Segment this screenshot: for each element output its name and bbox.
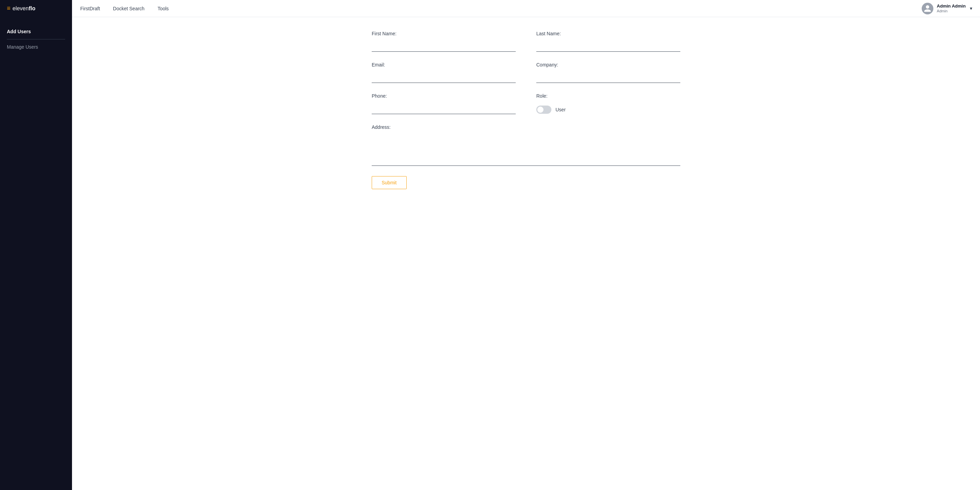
content-area: First Name: Last Name: Email: Company: [72, 17, 980, 490]
role-field: Role: User [536, 93, 680, 114]
first-name-field: First Name: [372, 31, 516, 52]
chevron-down-icon: ▼ [969, 6, 973, 11]
top-navigation: ≡ elevenflo FirstDraft Docket Search Too… [0, 0, 980, 17]
form-row-phone-role: Phone: Role: User [372, 93, 680, 114]
last-name-input[interactable] [536, 43, 680, 52]
nav-links: FirstDraft Docket Search Tools [79, 6, 170, 11]
main-layout: Add Users Manage Users First Name: Last … [0, 17, 980, 490]
address-label: Address: [372, 124, 680, 130]
logo-text: elevenflo [13, 5, 36, 12]
role-toggle-label: User [555, 107, 566, 113]
email-field: Email: [372, 62, 516, 83]
address-input[interactable] [372, 157, 680, 166]
phone-input[interactable] [372, 106, 516, 114]
avatar [922, 3, 933, 14]
company-label: Company: [536, 62, 680, 68]
logo-icon: ≡ [7, 5, 11, 12]
user-area[interactable]: Admin Admin Admin ▼ [922, 3, 973, 14]
user-name: Admin Admin [937, 3, 966, 9]
sidebar-divider [7, 39, 65, 40]
role-toggle[interactable] [536, 106, 551, 114]
add-users-link[interactable]: Add Users [7, 27, 65, 36]
last-name-field: Last Name: [536, 31, 680, 52]
form-container: First Name: Last Name: Email: Company: [372, 31, 680, 189]
company-field: Company: [536, 62, 680, 83]
sidebar-item-manage-users[interactable]: Manage Users [7, 43, 65, 51]
manage-users-link[interactable]: Manage Users [7, 43, 65, 51]
nav-link-tools[interactable]: Tools [156, 6, 170, 11]
form-row-email-company: Email: Company: [372, 62, 680, 83]
email-label: Email: [372, 62, 516, 68]
company-input[interactable] [536, 75, 680, 83]
address-field: Address: [372, 124, 680, 166]
role-toggle-container: User [536, 106, 680, 114]
toggle-slider [536, 106, 551, 114]
phone-field: Phone: [372, 93, 516, 114]
user-role: Admin [937, 9, 966, 13]
role-label: Role: [536, 93, 680, 99]
submit-button[interactable]: Submit [372, 176, 407, 189]
nav-link-firstdraft[interactable]: FirstDraft [79, 6, 102, 11]
nav-link-docketsearch[interactable]: Docket Search [112, 6, 146, 11]
phone-label: Phone: [372, 93, 516, 99]
first-name-input[interactable] [372, 43, 516, 52]
logo-area: ≡ elevenflo [0, 0, 72, 17]
sidebar-item-add-users[interactable]: Add Users [7, 27, 65, 36]
submit-row: Submit [372, 176, 680, 189]
first-name-label: First Name: [372, 31, 516, 36]
form-row-address: Address: [372, 124, 680, 166]
user-info: Admin Admin Admin [937, 3, 966, 13]
sidebar: Add Users Manage Users [0, 17, 72, 490]
form-row-name: First Name: Last Name: [372, 31, 680, 52]
last-name-label: Last Name: [536, 31, 680, 36]
email-input[interactable] [372, 75, 516, 83]
